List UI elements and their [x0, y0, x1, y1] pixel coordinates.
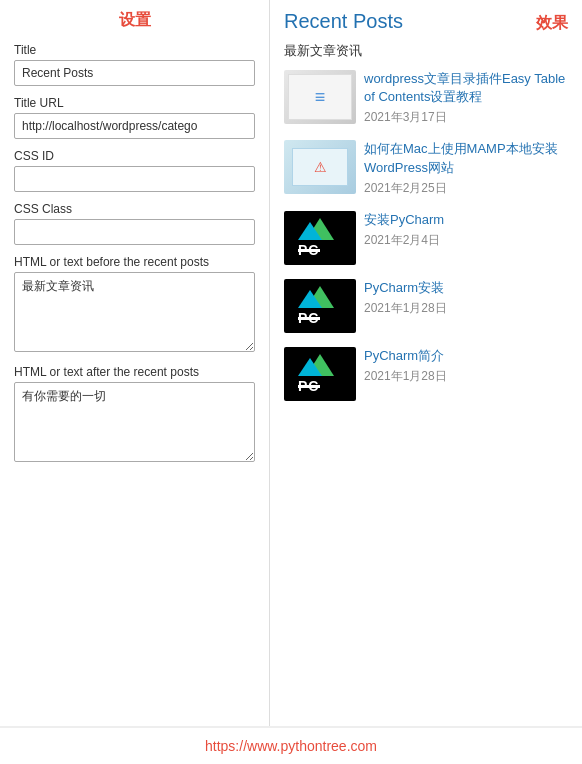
css-id-input[interactable]	[14, 166, 255, 192]
post-info: 如何在Mac上使用MAMP本地安装WordPress网站 2021年2月25日	[364, 140, 568, 196]
post-title-link[interactable]: 安装PyCharm	[364, 211, 568, 229]
effect-header: 效果	[536, 13, 568, 34]
post-item: PC PyCharm简介 2021年1月28日	[284, 347, 568, 401]
css-id-label: CSS ID	[14, 149, 255, 163]
title-field-group: Title	[14, 43, 255, 86]
post-thumbnail-mamp	[284, 140, 356, 194]
post-date: 2021年1月28日	[364, 369, 447, 383]
css-class-field-group: CSS Class	[14, 202, 255, 245]
post-thumbnail-pycharm: PC	[284, 279, 356, 333]
post-title-link[interactable]: wordpress文章目录插件Easy Table of Contents设置教…	[364, 70, 568, 106]
post-date: 2021年2月4日	[364, 233, 440, 247]
post-title-link[interactable]: PyCharm简介	[364, 347, 568, 365]
after-textarea[interactable]: 有你需要的一切	[14, 382, 255, 462]
after-field-group: HTML or text after the recent posts 有你需要…	[14, 365, 255, 465]
pycharm-line	[298, 249, 320, 252]
pycharm-logo: PC	[298, 354, 342, 394]
before-field-group: HTML or text before the recent posts 最新文…	[14, 255, 255, 355]
title-label: Title	[14, 43, 255, 57]
css-class-label: CSS Class	[14, 202, 255, 216]
post-info: PyCharm简介 2021年1月28日	[364, 347, 568, 385]
title-url-input[interactable]	[14, 113, 255, 139]
post-title-link[interactable]: PyCharm安装	[364, 279, 568, 297]
post-info: wordpress文章目录插件Easy Table of Contents设置教…	[364, 70, 568, 126]
pycharm-line	[298, 317, 320, 320]
section-subtitle: 最新文章资讯	[284, 42, 568, 60]
settings-header: 设置	[14, 10, 255, 31]
pycharm-diamond-teal	[298, 358, 322, 376]
title-url-field-group: Title URL	[14, 96, 255, 139]
pycharm-logo: PC	[298, 218, 342, 258]
after-label: HTML or text after the recent posts	[14, 365, 255, 379]
before-label: HTML or text before the recent posts	[14, 255, 255, 269]
post-thumbnail-pycharm: PC	[284, 211, 356, 265]
post-date: 2021年2月25日	[364, 181, 447, 195]
post-thumbnail-pycharm: PC	[284, 347, 356, 401]
pycharm-line	[298, 385, 320, 388]
title-input[interactable]	[14, 60, 255, 86]
title-url-label: Title URL	[14, 96, 255, 110]
settings-panel: 设置 Title Title URL CSS ID CSS Class HTML…	[0, 0, 270, 726]
post-info: 安装PyCharm 2021年2月4日	[364, 211, 568, 249]
before-textarea[interactable]: 最新文章资讯	[14, 272, 255, 352]
post-item: wordpress文章目录插件Easy Table of Contents设置教…	[284, 70, 568, 126]
post-date: 2021年1月28日	[364, 301, 447, 315]
post-date: 2021年3月17日	[364, 110, 447, 124]
pycharm-diamond-teal	[298, 290, 322, 308]
post-thumbnail-toc	[284, 70, 356, 124]
pycharm-diamond-teal	[298, 222, 322, 240]
post-item: 如何在Mac上使用MAMP本地安装WordPress网站 2021年2月25日	[284, 140, 568, 196]
post-item: PC PyCharm安装 2021年1月28日	[284, 279, 568, 333]
preview-header-row: Recent Posts 效果	[284, 10, 568, 34]
preview-title: Recent Posts	[284, 10, 403, 33]
footer-bar: https://www.pythontree.com	[0, 727, 582, 764]
footer-link[interactable]: https://www.pythontree.com	[205, 738, 377, 754]
preview-panel: Recent Posts 效果 最新文章资讯 wordpress文章目录插件Ea…	[270, 0, 582, 726]
post-item: PC 安装PyCharm 2021年2月4日	[284, 211, 568, 265]
post-info: PyCharm安装 2021年1月28日	[364, 279, 568, 317]
post-title-link[interactable]: 如何在Mac上使用MAMP本地安装WordPress网站	[364, 140, 568, 176]
css-id-field-group: CSS ID	[14, 149, 255, 192]
pycharm-logo: PC	[298, 286, 342, 326]
css-class-input[interactable]	[14, 219, 255, 245]
